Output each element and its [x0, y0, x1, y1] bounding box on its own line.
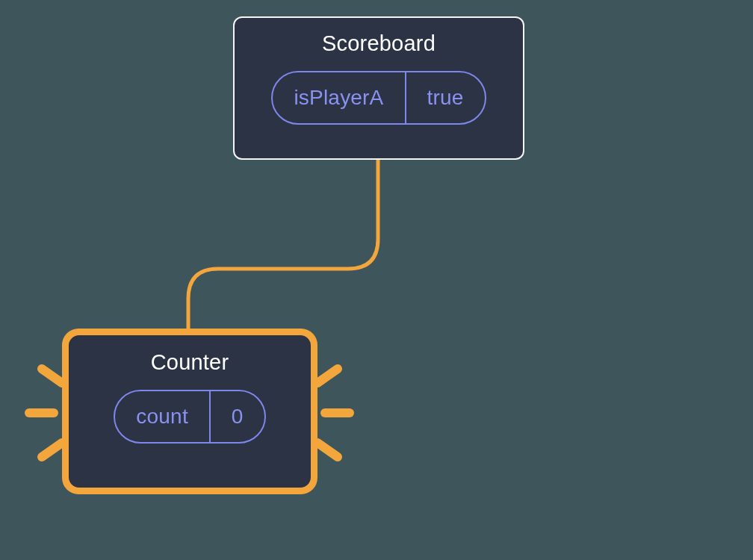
node-scoreboard-title: Scoreboard	[322, 31, 436, 56]
state-pill-scoreboard: isPlayerA true	[271, 71, 486, 125]
node-counter-highlight: Counter count 0	[62, 329, 317, 494]
state-value: true	[406, 72, 485, 123]
node-scoreboard: Scoreboard isPlayerA true	[233, 16, 524, 160]
state-pill-counter: count 0	[114, 390, 265, 444]
diagram-canvas: Scoreboard isPlayerA true Counter count …	[0, 0, 753, 560]
svg-line-4	[317, 369, 338, 383]
svg-line-2	[42, 443, 62, 457]
node-counter-title: Counter	[151, 350, 229, 375]
svg-line-1	[42, 369, 62, 383]
node-counter: Counter count 0	[69, 335, 311, 488]
state-key: count	[115, 391, 209, 442]
state-value: 0	[211, 391, 264, 442]
state-key: isPlayerA	[273, 72, 404, 123]
svg-line-5	[317, 443, 338, 457]
